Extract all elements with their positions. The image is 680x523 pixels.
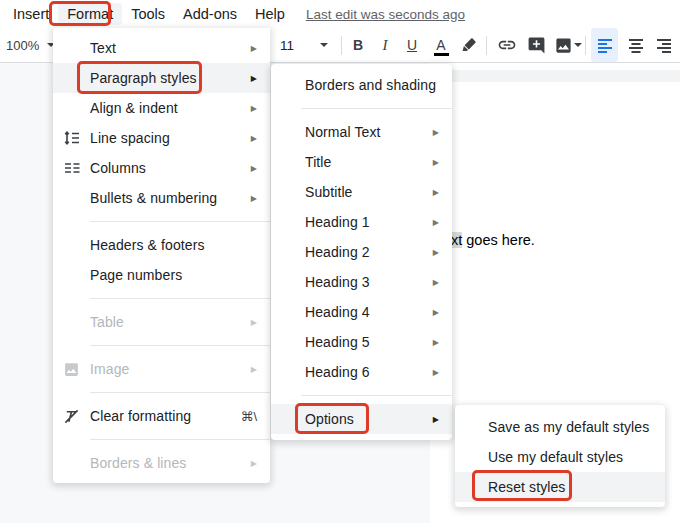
- submenu-arrow-icon: [430, 338, 439, 347]
- underline-icon: U: [407, 37, 417, 53]
- text-color-button[interactable]: A: [430, 28, 452, 62]
- submenu-arrow-icon: [248, 318, 257, 327]
- menu-item-label: Options: [305, 411, 430, 427]
- menu-item-title[interactable]: Title: [271, 147, 452, 177]
- menubar-item-tools[interactable]: Tools: [122, 3, 174, 25]
- bold-button[interactable]: B: [347, 28, 369, 62]
- menu-item-heading-6[interactable]: Heading 6: [271, 357, 452, 387]
- menu-item-heading-5[interactable]: Heading 5: [271, 327, 452, 357]
- last-edit-link[interactable]: Last edit was seconds ago: [306, 7, 465, 22]
- menu-item-label: Line spacing: [90, 130, 248, 146]
- highlight-color-button[interactable]: [457, 28, 481, 62]
- menu-item-borders-shading[interactable]: Borders and shading: [271, 70, 452, 100]
- text-color-icon: A: [436, 39, 445, 51]
- menu-item-label: Text: [90, 40, 248, 56]
- align-center-button[interactable]: [622, 28, 649, 62]
- submenu-arrow-icon: [430, 218, 439, 227]
- menu-item-options[interactable]: Options: [271, 404, 452, 434]
- menubar-item-help[interactable]: Help: [246, 3, 294, 25]
- menu-item-label: Columns: [90, 160, 248, 176]
- insert-link-button[interactable]: [494, 28, 520, 62]
- menu-item-table: Table: [53, 307, 270, 337]
- menu-item-subtitle[interactable]: Subtitle: [271, 177, 452, 207]
- menu-item-label: Headers & footers: [90, 237, 257, 253]
- submenu-arrow-icon: [430, 248, 439, 257]
- submenu-arrow-icon: [430, 128, 439, 137]
- menu-item-label: Heading 1: [305, 214, 430, 230]
- align-right-icon: [655, 36, 673, 54]
- menubar-item-insert[interactable]: Insert: [4, 3, 58, 25]
- submenu-arrow-icon: [430, 415, 439, 424]
- menu-separator: [301, 108, 452, 109]
- italic-button[interactable]: I: [374, 28, 396, 62]
- bold-icon: B: [353, 37, 363, 53]
- menu-item-label: Align & indent: [90, 100, 248, 116]
- menu-item-clear-formatting[interactable]: Clear formatting⌘\: [53, 401, 270, 431]
- menu-item-normal-text[interactable]: Normal Text: [271, 117, 452, 147]
- image-icon: [63, 361, 80, 378]
- menu-item-text[interactable]: Text: [53, 33, 270, 63]
- menu-item-align-indent[interactable]: Align & indent: [53, 93, 270, 123]
- menu-item-headers-footers[interactable]: Headers & footers: [53, 230, 270, 260]
- menubar-item-addons[interactable]: Add-ons: [174, 3, 246, 25]
- menu-item-label: Use my default styles: [488, 449, 652, 465]
- submenu-arrow-icon: [248, 74, 257, 83]
- menu-separator: [90, 221, 270, 222]
- menu-item-page-numbers[interactable]: Page numbers: [53, 260, 270, 290]
- add-comment-button[interactable]: [523, 28, 549, 62]
- menu-item-label: Normal Text: [305, 124, 430, 140]
- menu-item-label: Clear formatting: [90, 408, 232, 424]
- toolbar-divider: [341, 36, 342, 55]
- columns-icon: [63, 159, 81, 177]
- menu-item-image: Image: [53, 354, 270, 384]
- add-comment-icon: [527, 36, 546, 55]
- menu-item-line-spacing[interactable]: Line spacing: [53, 123, 270, 153]
- menu-item-label: Heading 2: [305, 244, 430, 260]
- format-menu: Text Paragraph styles Align & indent Lin…: [53, 28, 270, 483]
- menu-separator: [90, 392, 270, 393]
- menu-separator: [301, 395, 452, 396]
- clear-formatting-icon: [63, 408, 80, 425]
- menu-item-label: Paragraph styles: [90, 70, 248, 86]
- link-icon: [497, 35, 517, 55]
- menu-item-reset-styles[interactable]: Reset styles: [455, 472, 665, 502]
- submenu-arrow-icon: [430, 368, 439, 377]
- insert-image-icon: [554, 36, 573, 55]
- menu-item-heading-2[interactable]: Heading 2: [271, 237, 452, 267]
- ruler-strip: [430, 70, 680, 82]
- menu-item-heading-1[interactable]: Heading 1: [271, 207, 452, 237]
- menu-item-label: Bullets & numbering: [90, 190, 248, 206]
- menu-item-label: Subtitle: [305, 184, 430, 200]
- menu-item-save-default-styles[interactable]: Save as my default styles: [455, 412, 665, 442]
- align-left-button[interactable]: [591, 28, 618, 62]
- menu-item-label: Page numbers: [90, 267, 257, 283]
- chevron-down-icon: [574, 43, 582, 47]
- menu-item-label: Borders & lines: [90, 455, 248, 471]
- menubar-item-format[interactable]: Format: [58, 3, 122, 25]
- insert-image-dropdown[interactable]: [572, 28, 584, 62]
- submenu-arrow-icon: [430, 158, 439, 167]
- menu-item-heading-3[interactable]: Heading 3: [271, 267, 452, 297]
- zoom-select[interactable]: 100%: [6, 28, 55, 62]
- menu-item-use-default-styles[interactable]: Use my default styles: [455, 442, 665, 472]
- submenu-arrow-icon: [248, 134, 257, 143]
- underline-button[interactable]: U: [401, 28, 423, 62]
- submenu-arrow-icon: [248, 44, 257, 53]
- align-right-button[interactable]: [650, 28, 677, 62]
- highlighter-icon: [460, 36, 478, 54]
- menu-separator: [90, 345, 270, 346]
- submenu-arrow-icon: [248, 194, 257, 203]
- selected-text: xt: [451, 232, 462, 248]
- body-text: goes here.: [462, 232, 535, 248]
- menu-item-label: Heading 3: [305, 274, 430, 290]
- menu-item-paragraph-styles[interactable]: Paragraph styles: [53, 63, 270, 93]
- submenu-arrow-icon: [430, 308, 439, 317]
- menu-item-heading-4[interactable]: Heading 4: [271, 297, 452, 327]
- menu-item-columns[interactable]: Columns: [53, 153, 270, 183]
- menu-item-bullets-numbering[interactable]: Bullets & numbering: [53, 183, 270, 213]
- align-center-icon: [627, 36, 645, 54]
- font-size-select[interactable]: 11: [280, 28, 328, 62]
- color-swatch: [434, 53, 449, 57]
- document-text[interactable]: xt goes here.: [451, 232, 535, 248]
- submenu-arrow-icon: [248, 459, 257, 468]
